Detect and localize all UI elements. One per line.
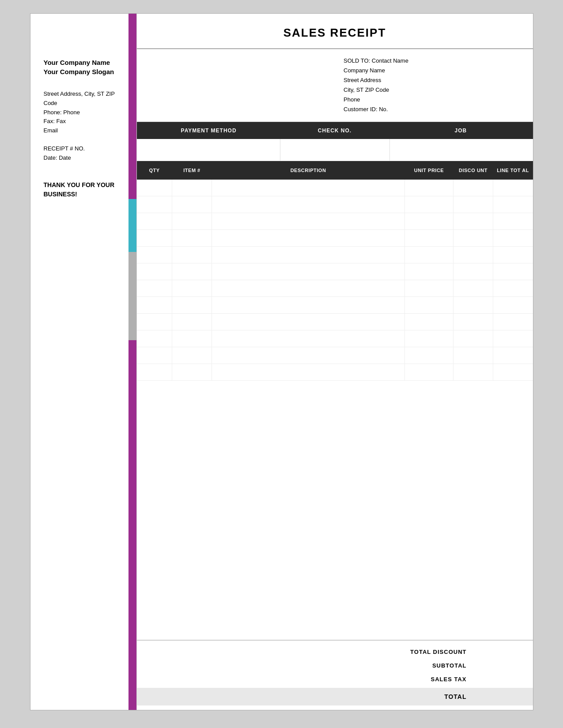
job-header: JOB: [389, 128, 533, 134]
stripe-teal: [128, 199, 136, 252]
document-title: SALES RECEIPT: [146, 26, 524, 40]
table-row: [137, 297, 533, 314]
check-no-header: CHECK NO.: [281, 128, 389, 134]
table-row: [137, 314, 533, 330]
sales-tax-row: SALES TAX: [137, 672, 533, 686]
sold-to-company: Company Name: [344, 66, 524, 75]
total-discount-row: TOTAL DISCOUNT: [137, 645, 533, 659]
sidebar-stripe: [128, 14, 136, 710]
sales-receipt-page: Your Company Name Your Company Slogan St…: [30, 13, 533, 710]
sales-tax-label: SALES TAX: [378, 676, 476, 683]
sold-to-customer-id: Customer ID: No.: [344, 105, 524, 114]
subtotal-label: SUBTOTAL: [378, 662, 476, 669]
total-label: TOTAL: [378, 693, 476, 700]
stripe-gray: [128, 252, 136, 340]
payment-header: PAYMENT METHOD CHECK NO. JOB: [137, 122, 533, 139]
stripe-purple: [128, 14, 136, 199]
total-discount-label: TOTAL DISCOUNT: [378, 649, 476, 655]
items-area: [137, 180, 533, 640]
table-row: [137, 347, 533, 364]
payment-method-cell: [137, 139, 280, 161]
main-content: SALES RECEIPT SOLD TO: Contact Name Comp…: [136, 14, 533, 710]
items-header: QTY ITEM # DESCRIPTION UNIT PRICE DISCO …: [137, 161, 533, 180]
table-row: [137, 364, 533, 381]
unit-price-header: UNIT PRICE: [405, 165, 453, 175]
sidebar: Your Company Name Your Company Slogan St…: [30, 14, 136, 710]
total-value: [476, 693, 524, 700]
discount-header: DISCO UNT: [453, 165, 493, 175]
table-row: [137, 280, 533, 297]
table-row: [137, 180, 533, 196]
totals-section: TOTAL DISCOUNT SUBTOTAL SALES TAX TOTAL: [137, 640, 533, 710]
thank-you-message: THANK YOU FOR YOUR BUSINESS!: [44, 180, 128, 199]
table-row: [137, 263, 533, 280]
table-row: [137, 196, 533, 213]
description-header: DESCRIPTION: [212, 165, 405, 175]
table-row: [137, 330, 533, 347]
address-block: Street Address, City, ST ZIP Code Phone:…: [44, 90, 128, 135]
payment-method-header: PAYMENT METHOD: [137, 128, 281, 134]
sold-to-phone: Phone: [344, 95, 524, 105]
payment-row: [137, 139, 533, 161]
subtotal-row: SUBTOTAL: [137, 659, 533, 672]
stripe-purple2: [128, 340, 136, 710]
sold-to-street: Street Address: [344, 75, 524, 85]
subtotal-value: [476, 662, 524, 669]
job-cell: [390, 139, 533, 161]
qty-header: QTY: [137, 165, 172, 175]
table-row: [137, 213, 533, 230]
sold-to-section: SOLD TO: Contact Name Company Name Stree…: [137, 49, 533, 122]
receipt-block: RECEIPT # NO. Date: Date: [44, 144, 128, 163]
check-no-cell: [280, 139, 390, 161]
table-row: [137, 230, 533, 247]
sold-to-left: [137, 49, 335, 122]
sales-tax-value: [476, 676, 524, 683]
line-total-header: LINE TOT AL: [493, 165, 533, 175]
item-header: ITEM #: [172, 165, 212, 175]
table-row: [137, 247, 533, 263]
sold-to-contact: SOLD TO: Contact Name: [344, 56, 524, 66]
title-section: SALES RECEIPT: [137, 14, 533, 49]
company-name: Your Company Name Your Company Slogan: [44, 58, 128, 76]
total-discount-value: [476, 649, 524, 655]
sold-to-right: SOLD TO: Contact Name Company Name Stree…: [335, 49, 533, 122]
sold-to-city: City, ST ZIP Code: [344, 85, 524, 95]
total-row: TOTAL: [137, 688, 533, 705]
